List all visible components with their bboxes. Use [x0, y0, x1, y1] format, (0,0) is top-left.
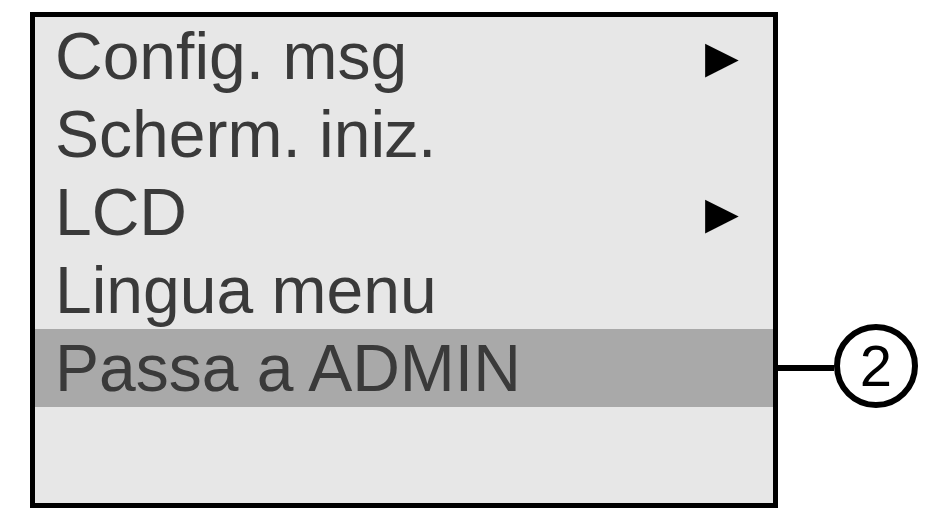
submenu-arrow-icon: ▶ — [705, 31, 739, 82]
callout-connector-line — [778, 365, 834, 371]
callout-badge: 2 — [834, 324, 918, 408]
menu-item-label: Scherm. iniz. — [55, 96, 436, 172]
menu-item-label: Passa a ADMIN — [55, 330, 521, 406]
menu-item-lingua-menu[interactable]: Lingua menu — [35, 251, 773, 329]
submenu-arrow-icon: ▶ — [705, 187, 739, 238]
menu-item-label: Config. msg — [55, 18, 407, 94]
menu-item-scherm-iniz[interactable]: Scherm. iniz. — [35, 95, 773, 173]
menu-item-lcd[interactable]: LCD ▶ — [35, 173, 773, 251]
menu-item-config-msg[interactable]: Config. msg ▶ — [35, 17, 773, 95]
screen-spacer — [35, 407, 773, 487]
lcd-screen: Config. msg ▶ Scherm. iniz. LCD ▶ Lingua… — [30, 12, 778, 508]
callout-number: 2 — [860, 337, 892, 395]
menu-item-passa-admin[interactable]: Passa a ADMIN — [35, 329, 773, 407]
menu-item-label: Lingua menu — [55, 252, 437, 328]
menu-item-label: LCD — [55, 174, 187, 250]
